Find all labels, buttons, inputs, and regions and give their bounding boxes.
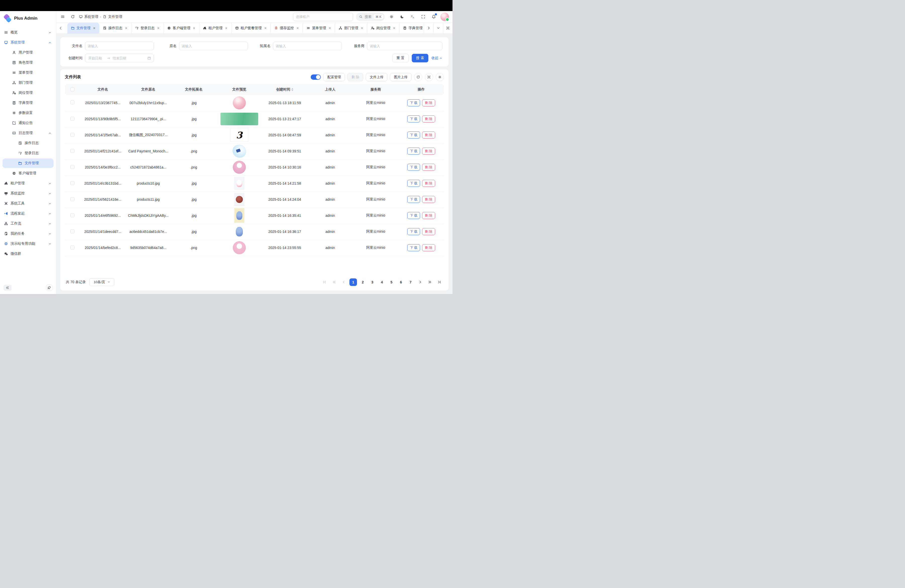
preview-image-red-sphere-photo[interactable] bbox=[234, 193, 245, 206]
sidebar-item-post[interactable]: 岗位管理 bbox=[3, 88, 54, 98]
delete-button[interactable]: 删 除 bbox=[422, 99, 435, 106]
column-settings-button[interactable] bbox=[436, 73, 444, 81]
row-checkbox[interactable] bbox=[70, 197, 75, 201]
preview-image-stitch-cartoon-cream[interactable] bbox=[234, 208, 245, 223]
extension-input[interactable] bbox=[273, 42, 342, 50]
row-checkbox[interactable] bbox=[70, 117, 75, 121]
collapse-filters-link[interactable]: 收起 bbox=[431, 56, 443, 60]
sidebar-item-user[interactable]: 用户管理 bbox=[3, 48, 54, 57]
table-fullscreen-button[interactable] bbox=[425, 73, 433, 81]
preview-image-pink-bunny-photo[interactable] bbox=[233, 96, 246, 110]
row-checkbox[interactable] bbox=[70, 149, 75, 153]
dark-mode-button[interactable] bbox=[398, 13, 406, 21]
sidebar-item-monitor[interactable]: 系统管理 bbox=[3, 38, 54, 47]
row-checkbox[interactable] bbox=[70, 181, 75, 185]
delete-button[interactable]: 删 除 bbox=[422, 164, 435, 171]
tab-close-icon[interactable] bbox=[192, 27, 195, 30]
pager-forward5-button[interactable] bbox=[426, 278, 433, 286]
sidebar-item-book[interactable]: 字典管理 bbox=[3, 98, 54, 108]
pager-page-3[interactable]: 3 bbox=[368, 278, 376, 286]
download-button[interactable]: 下 载 bbox=[407, 164, 420, 171]
row-checkbox[interactable] bbox=[70, 100, 75, 104]
pager-page-4[interactable]: 4 bbox=[378, 278, 386, 286]
tab-book[interactable]: 字典管理 bbox=[400, 23, 424, 33]
sidebar-item-folder[interactable]: 文件管理 bbox=[3, 159, 54, 168]
row-checkbox[interactable] bbox=[70, 133, 75, 137]
tab-folder[interactable]: 文件管理 bbox=[67, 23, 99, 33]
download-button[interactable]: 下 载 bbox=[407, 132, 420, 138]
pager-page-1[interactable]: 1 bbox=[349, 278, 357, 286]
download-button[interactable]: 下 载 bbox=[407, 212, 420, 219]
preview-image-robot-avatar-pink[interactable] bbox=[233, 161, 246, 174]
sidebar-item-dept[interactable]: 部门管理 bbox=[3, 78, 54, 87]
sidebar-item-oplog[interactable]: 操作日志 bbox=[3, 138, 54, 148]
bulk-delete-button[interactable]: 删 除 bbox=[348, 73, 363, 81]
pager-page-5[interactable]: 5 bbox=[387, 278, 395, 286]
preview-image-card-payment-illustration[interactable] bbox=[233, 145, 246, 158]
delete-button[interactable]: 删 除 bbox=[422, 116, 435, 122]
pager-first-button[interactable] bbox=[321, 278, 328, 286]
preview-image-cat-figurine-photo[interactable] bbox=[234, 177, 245, 190]
delete-button[interactable]: 删 除 bbox=[422, 132, 435, 138]
filename-input[interactable] bbox=[85, 42, 154, 50]
settings-button[interactable] bbox=[387, 13, 395, 21]
tab-loginlog[interactable]: 登录日志 bbox=[132, 23, 164, 33]
config-manage-button[interactable]: 配置管理 bbox=[323, 73, 345, 81]
tab-redis[interactable]: 缓存监控 bbox=[271, 23, 303, 33]
breadcrumb-item[interactable]: 系统管理 bbox=[79, 14, 98, 19]
page-size-select[interactable]: 10条/页 bbox=[89, 278, 114, 286]
row-checkbox[interactable] bbox=[70, 213, 75, 217]
reset-button[interactable]: 重 置 bbox=[392, 54, 409, 62]
download-button[interactable]: 下 载 bbox=[407, 244, 420, 251]
pager-back5-button[interactable] bbox=[330, 278, 338, 286]
row-checkbox[interactable] bbox=[70, 165, 75, 169]
sidebar-item-wechat[interactable]: 微信群 bbox=[3, 249, 54, 259]
pager-prev-button[interactable] bbox=[340, 278, 348, 286]
refresh-page-button[interactable] bbox=[69, 13, 76, 21]
end-date-input[interactable] bbox=[112, 56, 130, 60]
tab-home[interactable]: 租户管理 bbox=[199, 23, 232, 33]
sidebar-item-loginlog[interactable]: 登录日志 bbox=[3, 148, 54, 158]
pager-page-6[interactable]: 6 bbox=[397, 278, 405, 286]
user-avatar[interactable] bbox=[440, 13, 449, 21]
delete-button[interactable]: 删 除 bbox=[422, 212, 435, 219]
delete-button[interactable]: 删 除 bbox=[422, 180, 435, 187]
tab-close-icon[interactable] bbox=[360, 27, 364, 30]
original-name-input[interactable] bbox=[179, 42, 248, 50]
delete-button[interactable]: 删 除 bbox=[422, 196, 435, 203]
download-button[interactable]: 下 载 bbox=[407, 148, 420, 155]
content-maximize-button[interactable] bbox=[443, 23, 452, 33]
sidebar-item-tools[interactable]: 系统工具 bbox=[3, 199, 54, 208]
tab-close-icon[interactable] bbox=[393, 27, 396, 30]
pager-next-button[interactable] bbox=[416, 278, 424, 286]
tab-dept[interactable]: 部门管理 bbox=[335, 23, 367, 33]
sidebar-item-notice[interactable]: 通知公告 bbox=[3, 118, 54, 128]
tab-close-icon[interactable] bbox=[328, 27, 331, 30]
column-header-created[interactable]: 创建时间 bbox=[262, 84, 308, 95]
sidebar-item-dev[interactable]: DEV日志管理 bbox=[3, 128, 54, 138]
preview-image-green-illustration-banner[interactable] bbox=[221, 113, 258, 125]
delete-button[interactable]: 删 除 bbox=[422, 148, 435, 155]
sidebar-item-flow[interactable]: 流程发起 bbox=[3, 209, 54, 218]
sidebar-pin-button[interactable] bbox=[46, 284, 52, 291]
tenant-select-input[interactable] bbox=[293, 13, 353, 21]
download-button[interactable]: 下 载 bbox=[407, 228, 420, 235]
upload-image-button[interactable]: 图片上传 bbox=[390, 73, 411, 81]
pager-page-2[interactable]: 2 bbox=[359, 278, 367, 286]
notifications-button[interactable] bbox=[430, 13, 437, 21]
sidebar-item-tasks[interactable]: 我的任务 bbox=[3, 229, 54, 238]
tab-close-icon[interactable] bbox=[157, 27, 160, 30]
sidebar-item-monitor2[interactable]: 系统监控 bbox=[3, 189, 54, 198]
delete-button[interactable]: 删 除 bbox=[422, 244, 435, 251]
preview-image-calligraphy-three[interactable]: 3 bbox=[230, 129, 248, 141]
table-border-toggle[interactable] bbox=[311, 75, 321, 80]
fullscreen-button[interactable] bbox=[419, 13, 427, 21]
select-all-checkbox[interactable] bbox=[70, 87, 75, 91]
tab-oplog[interactable]: 操作日志 bbox=[99, 23, 132, 33]
pager-last-button[interactable] bbox=[435, 278, 443, 286]
tab-post[interactable]: 岗位管理 bbox=[367, 23, 400, 33]
delete-button[interactable]: 删 除 bbox=[422, 228, 435, 235]
tab-close-icon[interactable] bbox=[93, 27, 96, 30]
language-button[interactable]: 文A bbox=[409, 13, 416, 21]
menu-toggle-button[interactable] bbox=[59, 13, 67, 21]
